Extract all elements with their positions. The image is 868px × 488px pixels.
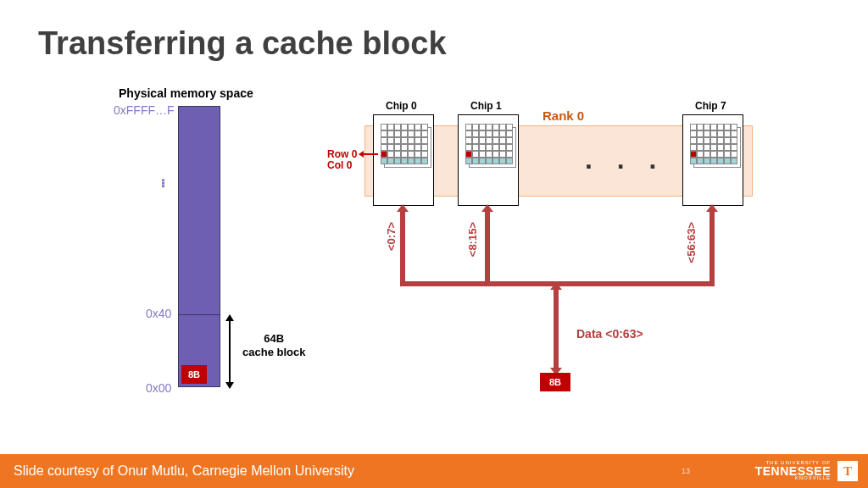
data-8b-box: 8B [540, 373, 570, 391]
university-text: THE UNIVERSITY OF TENNESSEE KNOXVILLE [755, 461, 831, 480]
slide-number: 13 [682, 467, 690, 475]
row-label: Row 0 [327, 148, 357, 160]
data-bus-label: Data <0:63> [576, 327, 643, 341]
memory-bar: 8B [178, 106, 220, 387]
address-mid: 0x40 [146, 307, 171, 320]
bus-arrow-1 [485, 210, 490, 283]
bus-range-1: <8:15> [466, 222, 479, 257]
university-logo-icon: T [837, 461, 858, 481]
chip-grid-icon [381, 124, 428, 164]
row-col-arrow-icon [359, 153, 378, 155]
col-label: Col 0 [327, 159, 352, 171]
row-col-label: Row 0 Col 0 [327, 149, 357, 171]
memory-divider [179, 314, 220, 315]
cache-block-size: 64B [264, 332, 284, 345]
rank-label: Rank 0 [542, 108, 584, 123]
bus-arrow-0 [400, 210, 405, 283]
address-top: 0xFFFF…F [114, 103, 175, 117]
data-arrow [554, 288, 559, 369]
bus-range-0: <0:7> [385, 222, 398, 251]
physical-memory-label: Physical memory space [119, 86, 253, 100]
chip-grid-icon [690, 124, 737, 164]
chip-7-label: Chip 7 [695, 100, 726, 112]
footer-credit: Slide courtesy of Onur Mutlu, Carnegie M… [14, 463, 354, 479]
bus-arrow-7 [709, 210, 715, 283]
chip-1-label: Chip 1 [470, 100, 502, 112]
address-ellipsis: ... [158, 178, 177, 187]
cache-block-text: cache block [242, 346, 305, 358]
chip-1 [458, 114, 519, 206]
footer-bar: Slide courtesy of Onur Mutlu, Carnegie M… [0, 454, 868, 488]
slide-title: Transferring a cache block [38, 25, 447, 62]
cache-block-arrow [229, 315, 231, 388]
cache-block-label: 64B cache block [242, 332, 305, 358]
address-bottom: 0x00 [146, 381, 171, 395]
chip-ellipsis: . . . [585, 144, 665, 175]
chip-0-label: Chip 0 [386, 100, 417, 112]
chip-7 [682, 114, 743, 206]
chip-grid-icon [465, 124, 513, 164]
bus-range-7: <56:63> [685, 222, 698, 263]
memory-8b-block: 8B [181, 365, 207, 384]
university-block: THE UNIVERSITY OF TENNESSEE KNOXVILLE T [755, 461, 858, 481]
chip-0 [373, 114, 434, 206]
